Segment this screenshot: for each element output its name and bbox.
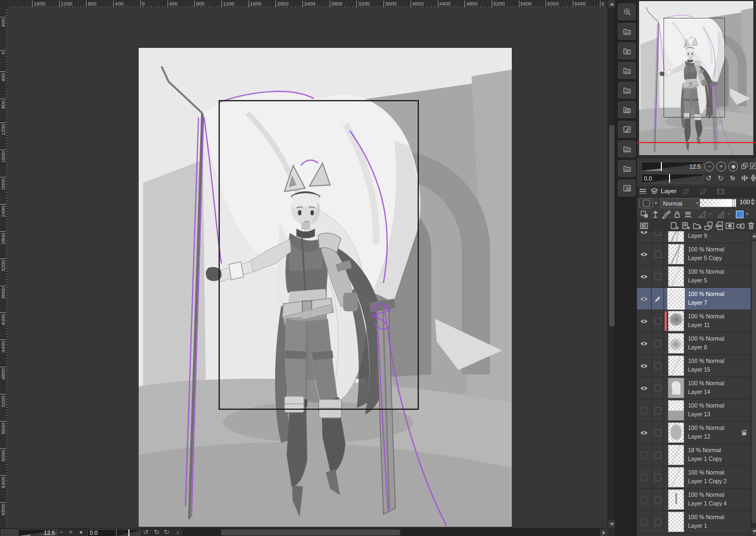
- layer-thumbnail-cell[interactable]: [664, 310, 685, 332]
- collapse-controls-button[interactable]: ‹: [175, 529, 181, 536]
- eye-visible-icon[interactable]: [640, 318, 648, 324]
- layer-thumbnail-cell[interactable]: [664, 355, 685, 377]
- navigator-zoom-reset-button[interactable]: [728, 162, 738, 171]
- navigator-thumbnail[interactable]: [639, 1, 753, 155]
- layer-thumbnail[interactable]: [668, 333, 684, 354]
- clip-to-layer-button[interactable]: [640, 210, 649, 219]
- layer-text[interactable]: 18 % NormalLayer 1 Copy: [685, 444, 738, 466]
- dock-material-image-button[interactable]: [618, 101, 636, 118]
- layer-row[interactable]: 100 % NormalLayer 11: [637, 310, 751, 332]
- actual-size-button[interactable]: [740, 162, 749, 170]
- layer-row[interactable]: 100 % NormalLayer 5 Copy: [637, 243, 751, 266]
- layer-text[interactable]: 100 % NormalLayer 7: [685, 288, 738, 310]
- layer-check-cell[interactable]: [652, 310, 664, 332]
- eye-hidden-toggle[interactable]: [641, 519, 648, 526]
- dock-material-edit-button[interactable]: [618, 121, 636, 138]
- layer-thumbnail[interactable]: [668, 355, 684, 376]
- layer-text[interactable]: 100 % NormalLayer 1 Copy 2: [685, 466, 738, 488]
- navigator-rotate-ccw-button[interactable]: ↺: [704, 174, 713, 182]
- tab-palette-2-icon[interactable]: [681, 187, 690, 196]
- layer-checkbox[interactable]: [654, 519, 661, 526]
- layer-list-scrollbar[interactable]: [751, 231, 756, 536]
- tab-layer[interactable]: Layer: [661, 188, 677, 194]
- rotate-ccw-button[interactable]: ↺: [141, 529, 150, 536]
- layer-thumbnail[interactable]: [667, 288, 685, 310]
- layer-checkbox[interactable]: [654, 474, 661, 481]
- navigator-panel[interactable]: [637, 0, 756, 158]
- layer-visibility-cell[interactable]: [637, 511, 652, 533]
- eye-visible-icon[interactable]: [640, 296, 648, 302]
- reset-rotation-button[interactable]: ↻: [164, 528, 169, 536]
- layer-thumbnail[interactable]: [668, 231, 684, 242]
- eye-hidden-toggle[interactable]: [641, 474, 648, 481]
- dock-material-folder-button[interactable]: [618, 160, 636, 177]
- layer-checkbox[interactable]: [654, 496, 661, 503]
- enable-mask-button[interactable]: [684, 210, 692, 219]
- layer-checkbox[interactable]: [654, 407, 661, 414]
- fit-to-screen-button[interactable]: ■: [77, 529, 85, 536]
- status-rotation-field[interactable]: 0.0: [87, 529, 116, 536]
- layer-thumbnail[interactable]: [668, 445, 684, 465]
- layer-check-cell[interactable]: [652, 377, 664, 399]
- dock-material-folder-button[interactable]: [618, 23, 636, 40]
- layer-thumbnail[interactable]: [668, 467, 684, 488]
- dock-quick-access-button[interactable]: [618, 3, 636, 20]
- layer-thumbnail[interactable]: [668, 266, 684, 287]
- draft-layer-button[interactable]: [651, 210, 660, 219]
- layer-check-cell[interactable]: [652, 231, 664, 243]
- layer-check-cell[interactable]: [652, 422, 664, 443]
- layer-check-cell[interactable]: [652, 444, 664, 466]
- tab-palette-3-icon[interactable]: [699, 187, 708, 196]
- layer-thumbnail[interactable]: [668, 400, 684, 421]
- palette-menu-icon[interactable]: [640, 189, 646, 194]
- scroll-up-button[interactable]: [608, 0, 616, 8]
- apply-mask-button[interactable]: [735, 221, 745, 230]
- merge-to-lower-button[interactable]: [715, 221, 724, 230]
- spinner-down-icon[interactable]: [751, 202, 755, 205]
- layer-text[interactable]: 100 % NormalLayer 9: [685, 231, 738, 243]
- layer-visibility-cell[interactable]: [637, 444, 652, 466]
- zoom-out-button[interactable]: −: [57, 529, 65, 536]
- layer-checkbox[interactable]: [654, 318, 661, 325]
- blend-mode-select[interactable]: Normal ▼: [660, 198, 702, 208]
- layer-text[interactable]: 100 % NormalLayer 1 Copy 4: [685, 489, 738, 510]
- dock-material-folder-button[interactable]: [618, 140, 636, 157]
- layer-check-cell[interactable]: [652, 288, 664, 310]
- navigator-rotation-slider[interactable]: 0.0: [641, 174, 703, 183]
- layer-color-button[interactable]: ▼: [736, 210, 749, 219]
- eye-visible-icon[interactable]: [640, 430, 648, 436]
- create-layer-mask-button[interactable]: [725, 221, 734, 230]
- layer-checkbox[interactable]: [654, 231, 661, 236]
- layer-scroll-down-button[interactable]: [751, 528, 756, 535]
- ruler-range-button[interactable]: ▼: [698, 210, 712, 219]
- status-zoom-slider[interactable]: 12.5: [18, 529, 57, 536]
- layer-check-cell[interactable]: [652, 243, 664, 265]
- canvas-viewport[interactable]: [8, 8, 608, 528]
- layer-text[interactable]: 100 % NormalLayer 5 Copy: [685, 243, 738, 265]
- layer-visibility-cell[interactable]: [637, 422, 652, 443]
- eye-visible-icon[interactable]: [640, 341, 648, 347]
- flip-horizontal-button[interactable]: [740, 174, 749, 182]
- dock-material-close-button[interactable]: [618, 42, 636, 59]
- rotate-cw-button[interactable]: ↻: [152, 529, 161, 536]
- dock-material-window-button[interactable]: [618, 180, 636, 196]
- dock-material-folder-button[interactable]: [618, 62, 636, 79]
- status-rotation-slider[interactable]: [116, 529, 140, 536]
- fit-window-button[interactable]: [749, 162, 756, 170]
- layer-visibility-cell[interactable]: [637, 489, 652, 510]
- canvas-horizontal-scrollbar[interactable]: [183, 529, 600, 536]
- layer-check-cell[interactable]: [652, 511, 664, 533]
- new-layer-folder-button[interactable]: [692, 221, 702, 230]
- layer-text[interactable]: 100 % NormalLayer 13: [685, 399, 738, 421]
- layer-row[interactable]: 100 % NormalLayer 5: [637, 266, 751, 288]
- layer-visibility-cell[interactable]: [637, 310, 652, 332]
- navigator-zoom-in-button[interactable]: +: [716, 162, 726, 171]
- opacity-spinner[interactable]: [751, 199, 755, 205]
- canvas-vertical-scrollbar[interactable]: [608, 0, 616, 528]
- vertical-scroll-thumb[interactable]: [609, 125, 615, 326]
- layer-thumbnail-cell[interactable]: [664, 511, 685, 533]
- new-vector-layer-button[interactable]: [681, 221, 690, 230]
- layer-thumbnail-cell[interactable]: [664, 332, 685, 354]
- layer-visibility-cell[interactable]: [637, 466, 652, 488]
- layer-row[interactable]: 100 % NormalLayer 1 Copy 4: [637, 489, 751, 511]
